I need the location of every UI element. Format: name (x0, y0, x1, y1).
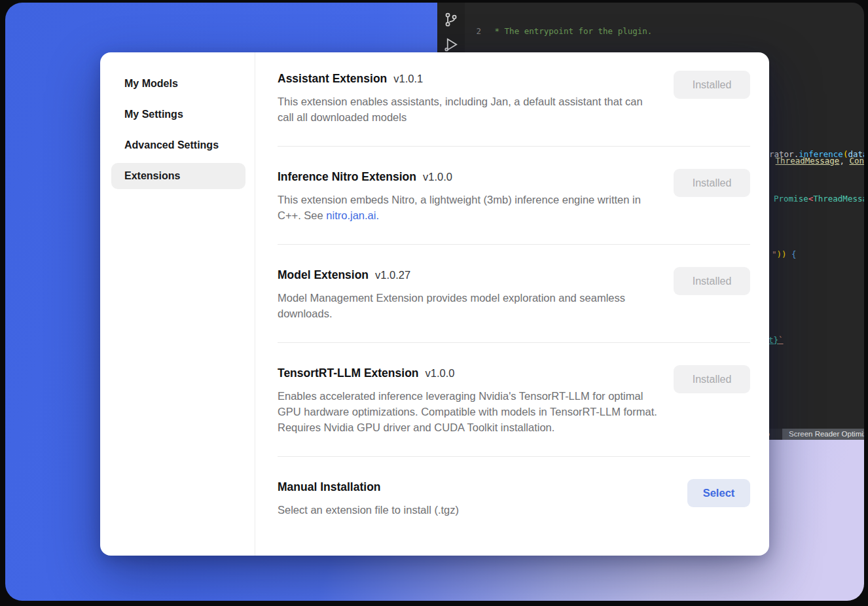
extension-row-tensorrt-llm: TensortRT-LLM Extensionv1.0.0 Enables ac… (278, 366, 750, 435)
manual-installation-row: Manual Installation Select an extension … (278, 480, 750, 518)
extension-info: Assistant Extensionv1.0.1 This extension… (278, 72, 661, 125)
extension-info: TensortRT-LLM Extensionv1.0.0 Enables ac… (278, 366, 661, 435)
extension-title: Assistant Extensionv1.0.1 (278, 72, 661, 86)
nitro-jan-ai-link[interactable]: nitro.jan.ai. (326, 209, 379, 221)
extension-name: Assistant Extension (278, 72, 387, 85)
screen: 2 * The entrypoint for the plugin. 3 */ … (0, 0, 868, 606)
extension-version: v1.0.0 (425, 367, 455, 379)
extension-description: Select an extension file to install (.tg… (278, 502, 661, 518)
extension-version: v1.0.27 (375, 269, 410, 281)
extension-title: Inference Nitro Extensionv1.0.0 (278, 170, 661, 184)
code-text: * The entrypoint for the plugin. (490, 26, 652, 37)
divider (278, 244, 750, 245)
extension-row-model: Model Extensionv1.0.27 Model Management … (278, 268, 750, 321)
divider (278, 342, 750, 343)
extension-name: TensortRT-LLM Extension (278, 366, 419, 380)
extension-title: Model Extensionv1.0.27 (278, 268, 661, 282)
divider (278, 456, 750, 457)
extension-info: Inference Nitro Extensionv1.0.0 This ext… (278, 170, 661, 223)
code-fragment-promise: Promise<ThreadMessage> (774, 194, 864, 204)
sidebar-item-my-models[interactable]: My Models (111, 71, 245, 97)
settings-sidebar: My Models My Settings Advanced Settings … (100, 52, 255, 556)
installed-button[interactable]: Installed (674, 267, 750, 295)
extension-title: Manual Installation (278, 480, 661, 494)
source-control-icon[interactable] (443, 12, 459, 27)
screen-reader-optimized-item[interactable]: Screen Reader Optimized (782, 429, 864, 440)
code-fragment-template: t}` (769, 335, 784, 345)
select-button[interactable]: Select (687, 479, 750, 507)
extension-row-inference-nitro: Inference Nitro Extensionv1.0.0 This ext… (278, 170, 750, 223)
extension-name: Manual Installation (278, 480, 381, 493)
code-fragment-inference: rator.inference(data)); (769, 149, 864, 159)
extension-row-assistant: Assistant Extensionv1.0.1 This extension… (278, 72, 750, 125)
extension-info: Manual Installation Select an extension … (278, 480, 661, 518)
sidebar-item-my-settings[interactable]: My Settings (111, 101, 245, 128)
extension-name: Inference Nitro Extension (278, 170, 416, 183)
extension-title: TensortRT-LLM Extensionv1.0.0 (278, 366, 661, 380)
sidebar-item-extensions[interactable]: Extensions (111, 163, 245, 189)
extension-name: Model Extension (278, 268, 369, 281)
installed-button[interactable]: Installed (674, 71, 750, 99)
extension-version: v1.0.1 (393, 73, 423, 84)
extension-description: This extension enables assistants, inclu… (278, 94, 661, 125)
extension-version: v1.0.0 (423, 171, 452, 183)
settings-modal: My Models My Settings Advanced Settings … (100, 52, 769, 556)
extension-info: Model Extensionv1.0.27 Model Management … (278, 268, 661, 321)
code-line: 2 * The entrypoint for the plugin. (465, 26, 864, 37)
installed-button[interactable]: Installed (674, 169, 750, 197)
extension-description: Enables accelerated inference leveraging… (278, 388, 661, 435)
installed-button[interactable]: Installed (674, 365, 750, 393)
run-and-debug-icon[interactable] (443, 37, 459, 52)
extension-description: This extension embeds Nitro, a lightweig… (278, 192, 661, 223)
extensions-list: Assistant Extensionv1.0.1 This extension… (255, 52, 769, 556)
extension-description: Model Management Extension provides mode… (278, 290, 661, 321)
code-fragment-brace: ")) { (772, 249, 797, 259)
sidebar-item-advanced-settings[interactable]: Advanced Settings (111, 132, 245, 158)
line-number: 2 (465, 26, 490, 37)
divider (278, 146, 750, 147)
